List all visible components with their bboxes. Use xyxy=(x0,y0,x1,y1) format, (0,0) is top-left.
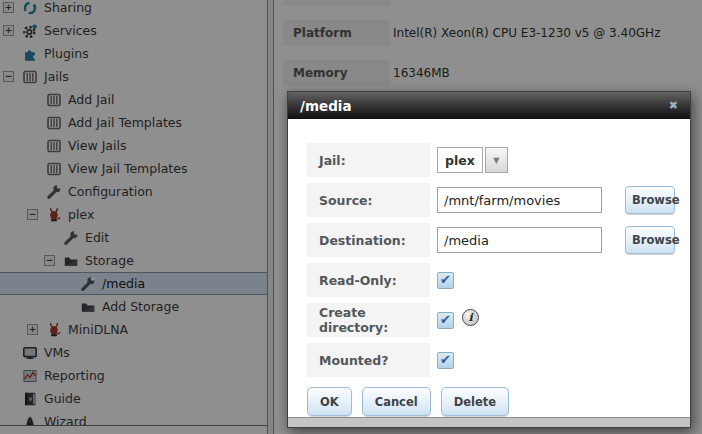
dialog-title: /media xyxy=(300,98,352,114)
mounted-checkbox[interactable]: ✔ xyxy=(437,352,454,369)
check-icon: ✔ xyxy=(440,273,451,286)
mounted-label: Mounted? xyxy=(307,343,430,377)
readonly-label: Read-Only: xyxy=(307,263,430,297)
check-icon: ✔ xyxy=(440,353,451,366)
create-directory-checkbox[interactable]: ✔ xyxy=(437,312,454,329)
close-icon[interactable]: ✖ xyxy=(669,100,678,111)
freenas-window: +Sharing+ServicesPlugins−JailsAdd JailAd… xyxy=(0,0,702,434)
dialog-titlebar[interactable]: /media ✖ xyxy=(288,92,690,119)
form-row-readonly: Read-Only: ✔ xyxy=(307,263,690,297)
ok-button[interactable]: OK xyxy=(307,387,352,416)
info-icon[interactable]: i xyxy=(462,309,479,326)
delete-button[interactable]: Delete xyxy=(441,387,509,416)
jail-select[interactable]: plex ▼ xyxy=(437,147,508,173)
source-input[interactable] xyxy=(437,187,602,213)
media-storage-dialog: /media ✖ Jail: plex ▼ Source: Browse xyxy=(287,91,691,428)
form-row-destination: Destination: Browse xyxy=(307,223,690,257)
chevron-down-icon[interactable]: ▼ xyxy=(485,147,508,173)
jail-label: Jail: xyxy=(307,143,430,177)
destination-label: Destination: xyxy=(307,223,430,257)
dialog-resize-handle[interactable] xyxy=(288,417,690,427)
destination-browse-button[interactable]: Browse xyxy=(625,226,675,254)
form-row-create-directory: Create directory: ✔ i xyxy=(307,303,690,337)
dialog-body: Jail: plex ▼ Source: Browse Destination: xyxy=(288,119,690,417)
dialog-action-bar: OK Cancel Delete xyxy=(307,387,690,416)
form-row-mounted: Mounted? ✔ xyxy=(307,343,690,377)
source-browse-button[interactable]: Browse xyxy=(625,186,675,214)
form-row-source: Source: Browse xyxy=(307,183,690,217)
readonly-checkbox[interactable]: ✔ xyxy=(437,272,454,289)
source-label: Source: xyxy=(307,183,430,217)
cancel-button[interactable]: Cancel xyxy=(362,387,431,416)
check-icon: ✔ xyxy=(440,313,451,326)
form-row-jail: Jail: plex ▼ xyxy=(307,143,690,177)
jail-select-value[interactable]: plex xyxy=(437,147,483,173)
destination-input[interactable] xyxy=(437,227,602,253)
create-directory-label: Create directory: xyxy=(307,303,430,337)
